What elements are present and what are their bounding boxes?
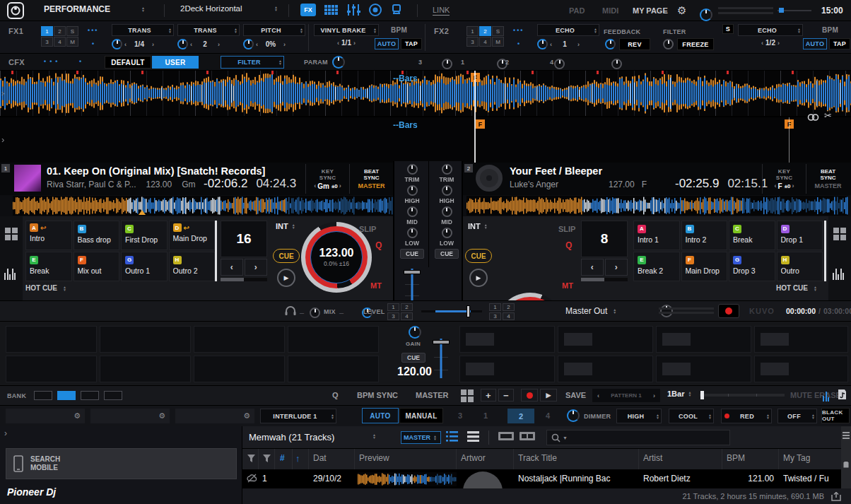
panel-expand-arrow[interactable]: › [4, 428, 7, 438]
fx1-dot-icon[interactable]: • [92, 40, 95, 47]
deck2-int-mode[interactable]: INT ▲▼ [468, 222, 489, 230]
scissors-icon[interactable]: ✂ [824, 110, 832, 121]
sequence-mute-button[interactable]: MUTE [790, 391, 812, 399]
pad-tab[interactable]: PAD [569, 6, 585, 15]
row-preview-waveform[interactable] [358, 472, 457, 486]
fx2-bank-2[interactable]: 2 [479, 26, 491, 36]
assign-2[interactable]: 2 [503, 303, 515, 311]
table-columns-icon[interactable] [843, 432, 850, 439]
fx1-slot1-knob[interactable] [112, 39, 122, 49]
deck2-play-button[interactable]: ▶ [469, 269, 488, 287]
cfx-deck2-knob[interactable] [554, 59, 565, 69]
fx1-bank-4[interactable]: 4 [54, 37, 66, 47]
deck1-pad-scrollbar[interactable] [215, 221, 217, 281]
hot-cue-pad-c[interactable]: CFirst Drop [121, 221, 168, 250]
blackout-button[interactable]: BLACK OUT [821, 408, 850, 423]
sequence-position-slider[interactable] [700, 394, 785, 397]
fx1-bpm-auto-button[interactable]: AUTO [375, 38, 399, 49]
deck2-overview-waveform[interactable] [466, 196, 848, 216]
fx1-release-select[interactable]: VINYL BRAKE▲▼ [314, 24, 379, 36]
gear-icon[interactable]: ⚙ [158, 411, 165, 421]
pad-grid-icon[interactable] [324, 5, 338, 15]
sequence-slider-handle[interactable] [700, 391, 704, 399]
color-select[interactable]: RED▲▼ [721, 409, 772, 423]
sequence-record-button[interactable] [521, 389, 538, 402]
master-volume-knob[interactable] [700, 8, 712, 21]
stepper-left[interactable]: ‹ [122, 41, 129, 48]
stepper-right[interactable]: › [775, 40, 782, 47]
layout-select[interactable]: 2Deck Horizontal ▲▼ [180, 4, 279, 13]
hot-cue-pad-d[interactable]: DDrop 1 [777, 221, 823, 250]
bar-length-select[interactable]: 1Bar ▲▼ [667, 389, 693, 398]
sampler-slot[interactable] [754, 356, 848, 382]
fx1-bpm-tap-button[interactable]: TAP [401, 38, 422, 49]
col-number[interactable]: # [280, 453, 285, 463]
hot-cue-pad-e[interactable]: EBreak [25, 252, 72, 281]
assign-4[interactable]: 4 [401, 312, 413, 320]
ch1-mid-knob[interactable] [407, 206, 418, 217]
assign-4[interactable]: 4 [503, 312, 515, 320]
deck1-load-icon[interactable] [498, 432, 514, 443]
sequence-level-icon[interactable] [823, 390, 829, 402]
key-shift-left[interactable]: ‹ [312, 182, 317, 189]
lighting-panel-icon[interactable] [390, 4, 403, 16]
col-artist[interactable]: Artist [643, 453, 662, 463]
stepper-right[interactable]: › [150, 41, 156, 48]
gear-icon[interactable]: ⚙ [74, 411, 81, 421]
col-artwork[interactable]: Artwor [461, 453, 486, 463]
sampler-slot[interactable] [558, 356, 653, 382]
sampler-slot[interactable] [6, 326, 97, 353]
settings-gear-icon[interactable]: ⚙ [677, 4, 686, 17]
sampler-slot[interactable] [6, 356, 97, 382]
pattern-select[interactable]: ‹ PATTERN 1 › [592, 389, 660, 402]
deck2-waveform[interactable] [0, 71, 851, 116]
mood-select[interactable]: COOL▲▼ [669, 409, 714, 423]
cfx-param-knob[interactable] [332, 56, 345, 69]
key-shift-left[interactable]: ‹ [773, 182, 778, 189]
fx2-bpm-auto-button[interactable]: AUTO [803, 38, 827, 49]
deck1-master-tempo-button[interactable]: MT [370, 281, 382, 290]
wave-scroll-arrow-deck2[interactable]: › [1, 134, 4, 145]
hot-cue-pad-d[interactable]: D↩Main Drop [169, 221, 216, 250]
fx1-slot2-select[interactable]: TRANS▲▼ [177, 24, 240, 36]
key-shift-right[interactable]: › [338, 182, 343, 189]
lighting-auto-button[interactable]: AUTO [362, 408, 399, 423]
deck1-loop-half-button[interactable]: ‹ [221, 259, 243, 276]
deck2-cue-button[interactable]: CUE [465, 249, 492, 263]
crossfader-mini-track[interactable] [777, 10, 811, 11]
sampler-slot[interactable] [754, 326, 848, 353]
fx2-slot1-select[interactable]: ECHO▲▼ [537, 24, 599, 36]
deck1-slip-button[interactable]: SLIP [359, 225, 376, 233]
sort-ascending-icon[interactable]: ↑ [295, 453, 300, 464]
bank-3-button[interactable] [81, 391, 99, 400]
fx2-more-dots-icon[interactable]: ••• [513, 27, 524, 34]
fx1-slot3-knob[interactable] [243, 39, 254, 49]
fx2-feedback-knob[interactable] [605, 39, 616, 49]
hot-cue-pad-e[interactable]: EBreak 2 [633, 252, 680, 281]
list-view-icon[interactable] [446, 431, 458, 442]
waveform-area[interactable]: --Bars --Bars F F F › › ✂ [0, 71, 851, 163]
sampler-slot[interactable] [288, 356, 379, 382]
deck1-overview-waveform[interactable] [13, 196, 393, 216]
sampler-slot[interactable] [656, 356, 751, 382]
deck2-quantize-button[interactable]: Q [565, 240, 572, 250]
sampler-slot[interactable] [100, 356, 191, 382]
sampler-slot[interactable] [459, 356, 555, 382]
filter-funnel-icon[interactable] [247, 455, 255, 462]
deck2-pad-scrollbar[interactable] [824, 221, 826, 281]
sequence-remove-button[interactable]: − [498, 389, 514, 402]
scene-4-button[interactable]: 4 [546, 411, 550, 420]
deck2-key-sync[interactable]: KEY SYNC ‹F±0› [762, 164, 806, 194]
record-button[interactable] [718, 304, 739, 318]
ch1-trim-knob[interactable] [407, 164, 418, 175]
fx-panel-icon[interactable]: FX [300, 4, 316, 16]
cfx-effect-select[interactable]: FILTER▲▼ [221, 56, 284, 69]
hot-cue-pad-a[interactable]: A↩Intro [25, 221, 72, 250]
deck1-quantize-button[interactable]: Q [375, 240, 382, 250]
fx1-bank-2[interactable]: 2 [54, 26, 66, 36]
crossfader[interactable] [421, 310, 482, 312]
my-page-tab[interactable]: MY PAGE [633, 6, 668, 15]
scene-3-button[interactable]: 3 [458, 411, 462, 420]
mixer-panel-icon[interactable] [346, 4, 360, 16]
stepper-left[interactable]: ‹ [188, 41, 194, 48]
